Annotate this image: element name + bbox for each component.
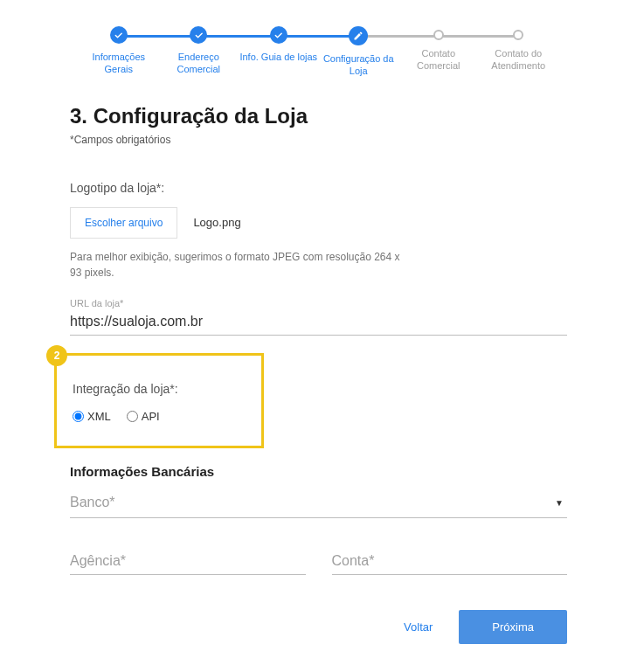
agency-input[interactable]	[70, 550, 306, 575]
selected-file-name: Logo.png	[193, 216, 240, 229]
step-label: Informações Gerais	[80, 51, 158, 76]
stepper: Informações Gerais Endereço Comercial In…	[79, 26, 558, 78]
annotation-marker: 2	[46, 345, 67, 366]
step-label: Contato Comercial	[399, 47, 478, 73]
back-button[interactable]: Voltar	[404, 620, 433, 634]
url-label: URL da loja*	[70, 298, 567, 308]
step-contato-comercial[interactable]: Contato Comercial	[398, 26, 479, 73]
chevron-down-icon: ▼	[555, 498, 564, 508]
radio-xml-input[interactable]	[73, 411, 84, 422]
page-title: 3. Configuração da Loja	[70, 104, 567, 128]
circle-icon	[513, 30, 523, 40]
radio-api-input[interactable]	[127, 411, 138, 422]
step-label: Contato do Atendimento	[479, 47, 557, 73]
check-icon	[270, 26, 287, 44]
required-fields-note: *Campos obrigatórios	[70, 134, 567, 146]
check-icon	[110, 26, 128, 44]
step-label: Configuração da Loja	[319, 52, 398, 78]
bank-section-title: Informações Bancárias	[70, 464, 567, 479]
circle-icon	[433, 30, 444, 40]
step-guia-lojas[interactable]: Info. Guia de lojas	[239, 26, 319, 63]
account-input[interactable]	[332, 550, 568, 575]
step-label: Endereço Comercial	[159, 51, 238, 76]
radio-xml[interactable]: XML	[73, 410, 111, 423]
logo-hint: Para melhor exibição, sugerimos o format…	[70, 249, 402, 281]
logo-label: Logotipo da loja*:	[70, 181, 567, 195]
radio-api-label: API	[142, 410, 160, 423]
step-info-gerais[interactable]: Informações Gerais	[79, 26, 159, 76]
store-url-input[interactable]	[70, 310, 567, 336]
choose-file-button[interactable]: Escolher arquivo	[70, 207, 177, 239]
radio-api[interactable]: API	[127, 410, 160, 423]
radio-xml-label: XML	[87, 410, 111, 423]
next-button[interactable]: Próxima	[459, 610, 567, 644]
step-configuracao[interactable]: Configuração da Loja	[319, 26, 399, 78]
bank-select[interactable]: Banco* ▼	[70, 495, 567, 518]
check-icon	[190, 26, 207, 44]
bank-placeholder: Banco*	[70, 495, 115, 509]
edit-icon	[349, 26, 368, 45]
integration-highlight-box: 2 Integração da loja*: XML API	[54, 353, 264, 448]
integration-label: Integração da loja*:	[73, 382, 246, 396]
step-label: Info. Guia de lojas	[239, 51, 317, 63]
step-contato-atendimento[interactable]: Contato do Atendimento	[479, 26, 559, 73]
step-endereco[interactable]: Endereço Comercial	[159, 26, 239, 76]
